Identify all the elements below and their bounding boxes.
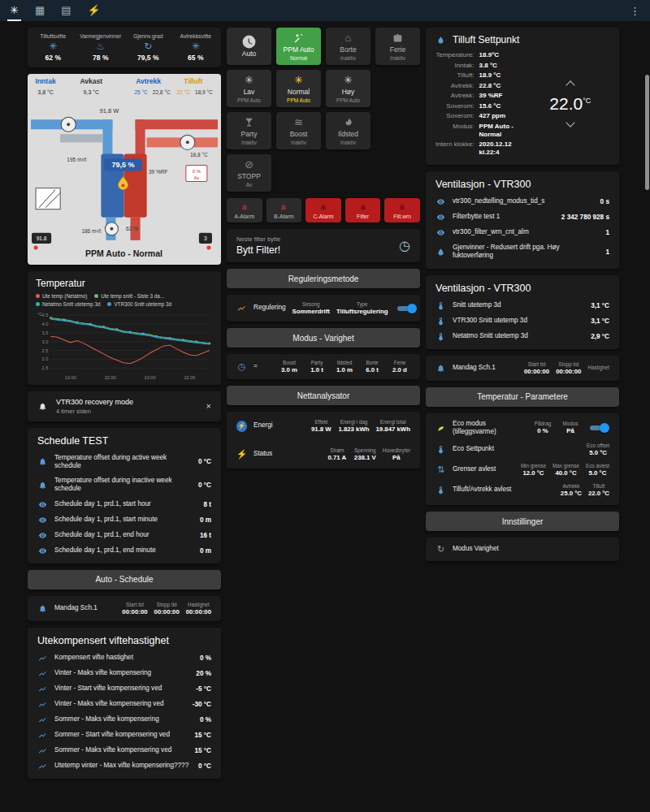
filter-warning-button[interactable]: Filt.wrn (384, 198, 420, 222)
overflow-menu-icon[interactable]: ⋮ (630, 5, 640, 17)
mode-sub-label: Inaktiv (340, 140, 356, 145)
eco-mode-toggle[interactable] (587, 422, 609, 433)
mode-duration-settings-card: ↻ Modus Varighet (426, 538, 619, 561)
entity-row[interactable]: VTR300 Snitt utetemp 3d 3,1 °C (426, 313, 619, 329)
filter-alarm-button[interactable]: Filter (345, 198, 381, 222)
legend-item[interactable]: VTR300 Snitt utetemp 3d (107, 301, 171, 307)
entity-row[interactable]: Schedule day 1, prd.1, start hour 8 t (28, 497, 221, 512)
tab-ventilation[interactable]: ✳ (10, 0, 19, 21)
mode-lav-button[interactable]: ✳ Lav PPM Auto (227, 70, 271, 107)
entity-label: Eco Settpunkt (453, 445, 580, 453)
mode-auto-button[interactable]: Auto (227, 28, 271, 65)
entity-row[interactable]: Gjenvinner - Redusert drift pga. Høy fuk… (426, 240, 619, 264)
decrease-temperature-button[interactable] (566, 118, 574, 127)
entity-row[interactable]: Vinter - Maks vifte kompensering 20 % (28, 666, 221, 681)
fire-icon (343, 116, 353, 128)
ventilation-diagram[interactable]: Inntak Avkast Avtrekk Tilluft 3,8 °C 9,3… (28, 74, 221, 265)
glance-label: Gjennv.grad (133, 33, 163, 39)
entity-row[interactable]: Regulering SesongSommerdrift TypeTilluft… (227, 295, 420, 322)
entity-row[interactable]: Temperature offset during active week sc… (28, 451, 221, 474)
increase-temperature-button[interactable] (566, 80, 574, 89)
attr-label: Soverom: (436, 102, 474, 110)
entity-row[interactable]: Temperature offset during inactive week … (28, 473, 221, 497)
mode-borte-button[interactable]: ⌂ Borte Inaktiv (326, 28, 370, 65)
tab-devices[interactable]: ▤ (61, 0, 71, 21)
entity-row[interactable]: Mandag Sch.1 Start tid00:00:00 Stopp tid… (426, 356, 619, 381)
mode-hoy-button[interactable]: ✳ Høy PPM Auto (326, 70, 370, 107)
stat-header: Party (311, 360, 323, 365)
tab-energy[interactable]: ⚡ (88, 0, 101, 21)
svg-text:2.0: 2.0 (42, 356, 49, 361)
mode-party-button[interactable]: Party Inaktiv (227, 112, 271, 149)
entity-row[interactable]: Eco Settpunkt Eco offset5.0 °C (426, 439, 619, 460)
entity-row[interactable]: Utetemp vinter - Max vifte kompensering?… (28, 758, 221, 774)
auto-schedule-button[interactable]: Auto - Schedule (28, 570, 221, 590)
settings-header[interactable]: Innstillinger (426, 512, 619, 531)
svg-text:3.5: 3.5 (42, 330, 49, 335)
entity-row[interactable]: ↻ Modus Varighet (426, 538, 619, 561)
entity-label: Vinter - Maks vifte kompensering ved (54, 700, 186, 708)
bell-icon (37, 402, 48, 411)
mode-stopp-button[interactable]: ⊘ STOPP Av (227, 154, 271, 192)
climate-body: Temperature:18.9°C Inntak:3.8 °C Tilluft… (436, 51, 609, 157)
temperature-parameters-header[interactable]: Temperatur - Parametere (426, 387, 619, 407)
tab-charts[interactable]: ▦ (35, 0, 45, 21)
mode-normal-button[interactable]: ✳ Normal PPM Auto (276, 70, 321, 107)
mode-ppm-auto-button[interactable]: PPM Auto Normal (276, 28, 321, 65)
attr-value: 39 %RF (479, 92, 531, 100)
notification-card[interactable]: VTR300 recovery mode 4 timer siden × (28, 391, 221, 421)
entity-row[interactable]: Schedule day 1, prd.1, end hour 16 t (28, 528, 221, 543)
entity-row[interactable]: ⚡ Energi Effekt91.8 W Energi i dag1.823 … (227, 412, 420, 440)
c-alarm-button[interactable]: C-Alarm (306, 198, 341, 222)
entity-row[interactable]: Vinter - Maks vifte kompensering ved -30… (28, 697, 221, 712)
entity-row[interactable]: vtr300_nedtelling_modus_tid_s 0 s (426, 194, 619, 209)
entity-row[interactable]: ⚡ Status Strøm0.71 A Spenning238.1 V Hov… (227, 440, 420, 469)
entity-row[interactable]: Schedule day 1, prd.1, end minute 0 m (28, 543, 221, 559)
glance-item-varmegjenvinner[interactable]: Varmegjenvinner ♨ 78 % (77, 33, 125, 62)
mode-ferie-button[interactable]: Ferie Inaktiv (375, 28, 420, 65)
glance-item-avtrekksvifte[interactable]: Avtrekksvifte ✳ 65 % (172, 33, 220, 62)
stat-header: Strøm (330, 447, 344, 453)
filter-change-card[interactable]: Neste filter bytte Bytt Filter! ◷ (227, 229, 420, 262)
gauge-icon[interactable]: ◷ (399, 238, 410, 253)
eye-icon (37, 516, 48, 525)
legend-item[interactable]: Ute temp snitt - Siste 3 da... (94, 293, 164, 299)
entity-row[interactable]: Sommer - Maks vifte kompensering 0 % (28, 712, 221, 728)
scrollbar-thumb[interactable] (645, 75, 649, 190)
stat-value: 1.0 t (310, 366, 323, 374)
duct-label-avkast: Avkast (80, 77, 103, 85)
entity-row[interactable]: Mandag Sch.1 Start tid00:00:00 Stopp tid… (28, 596, 221, 621)
entity-row[interactable]: Schedule day 1, prd.1, start minute 0 m (28, 512, 221, 528)
alarm-bell-icon (358, 202, 368, 213)
stat-header: Hovedbryter (383, 447, 410, 453)
legend-item[interactable]: Netatmo Snitt utetemp 3d (36, 301, 100, 307)
entity-row[interactable]: Sommer - Maks vifte kompensering ved 15 … (28, 743, 221, 758)
stat-header: Max grense (552, 463, 579, 469)
entity-row[interactable]: Eco modus (tilleggsvarme) Pådrag0 % Modu… (426, 417, 619, 440)
attr-value: 3.8 °C (479, 62, 531, 70)
b-alarm-button[interactable]: B-Alarm (266, 198, 302, 222)
entity-row[interactable]: Netatmo Snitt utetemp 3d 2,9 °C (426, 329, 619, 344)
glance-item-tilluftsvifte[interactable]: Tilluftsvifte ✳ 62 % (29, 33, 77, 62)
entity-row[interactable]: ◷ = Boost3.0 m Party1.0 t Ildsted1.0 m B… (227, 354, 420, 379)
entity-row[interactable]: Filterbytte test 1 2 342 780 928 s (426, 209, 619, 225)
entity-row[interactable]: Snitt utetemp 3d 3,1 °C (426, 298, 619, 313)
entity-row[interactable]: ⇅ Grenser avlest Min grense12.0 °C Max g… (426, 460, 619, 480)
mode-boost-button[interactable]: ≋ Boost Inaktiv (276, 112, 321, 149)
entity-row[interactable]: Vinter - Start vifte kompensering ved -5… (28, 681, 221, 697)
entity-row[interactable]: Tilluft/Avtrekk avlest Avtrekk25.0 °C Ti… (426, 480, 619, 500)
glance-item-gjennvgrad[interactable]: Gjennv.grad ↻ 79,5 % (124, 33, 172, 62)
close-icon[interactable]: × (206, 401, 211, 411)
mode-ildsted-button[interactable]: Ildsted Inaktiv (326, 112, 370, 149)
regulation-method-header[interactable]: Reguleringsmetode (227, 269, 420, 288)
a-alarm-button[interactable]: A-Alarm (227, 198, 262, 222)
entity-row[interactable]: vtr300_filter_wrn_cnt_alm 1 (426, 225, 619, 240)
legend-item[interactable]: Ute temp (Netatmo) (36, 293, 87, 299)
entity-row[interactable]: Kompensert vifte hastighet 0 % (28, 650, 221, 666)
entity-row[interactable]: Sommer - Start vifte kompensering ved 15… (28, 728, 221, 743)
regulation-toggle[interactable] (395, 303, 417, 313)
power-value: 91,8 W (100, 107, 120, 114)
power-analyzer-header[interactable]: Nettanalysator (227, 386, 420, 405)
regulation-card: Regulering SesongSommerdrift TypeTilluft… (227, 295, 420, 322)
mode-duration-header[interactable]: Modus - Varighet (227, 328, 420, 348)
